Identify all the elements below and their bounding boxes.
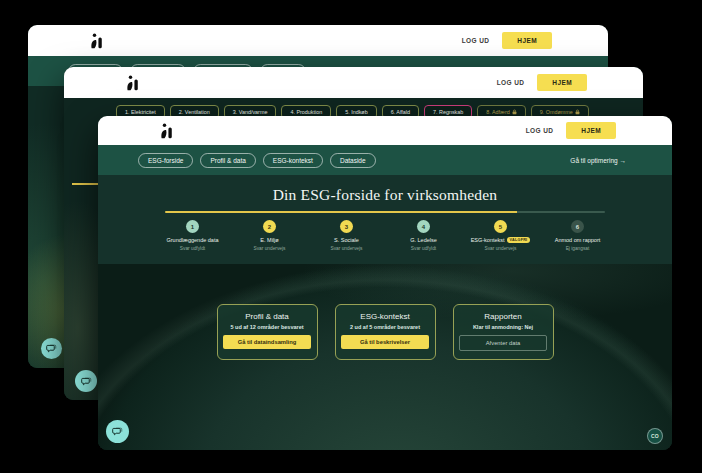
optional-badge: VALGFRI [507, 237, 531, 243]
step-label: Grundlæggende data [167, 237, 219, 243]
step-number-badge: 3 [340, 220, 353, 233]
progress-steps: 1 Grundlæggende data Svar udfyldt 2 E. M… [154, 220, 616, 251]
window-front: LOG UD HJEM ESG-forside Profil & data ES… [98, 116, 672, 450]
step-label: S. Sociale [334, 237, 359, 243]
lock-icon [512, 109, 517, 115]
lock-icon [575, 109, 580, 115]
card-progress-text: 2 ud af 5 områder besvaret [350, 324, 420, 330]
step-number-badge: 1 [186, 220, 199, 233]
desktop-background: LOG UD HJEM ESG-forside Profil & data ES… [0, 0, 702, 473]
card-title: Profil & data [245, 312, 289, 321]
tab-label: 8. Adfærd [486, 109, 509, 115]
go-to-data-collection-button[interactable]: Gå til dataindsamling [223, 335, 311, 349]
step-label: Anmod om rapport [555, 237, 601, 243]
progress-underline [165, 211, 605, 213]
card-progress-text: 5 ud af 12 områder besvaret [230, 324, 303, 330]
page-title: Din ESG-forside for virksomheden [98, 186, 672, 204]
chat-bubble-icon [81, 376, 92, 387]
step-s-sociale[interactable]: 3 S. Sociale Svar undervejs [308, 220, 385, 251]
step-number-badge: 5 [494, 220, 507, 233]
logo-mark-icon [126, 75, 141, 91]
summary-cards: Profil & data 5 ud af 12 områder besvare… [98, 304, 672, 360]
nav-pill-esg-forside[interactable]: ESG-forside [138, 153, 193, 168]
step-label: E. Miljø [260, 237, 278, 243]
step-label: G. Ledelse [410, 237, 437, 243]
step-status: Svar undervejs [254, 246, 286, 251]
page-body: Din ESG-forside for virksomheden 1 Grund… [98, 175, 672, 450]
step-g-ledelse[interactable]: 4 G. Ledelse Svar udfyldt [385, 220, 462, 251]
logout-button[interactable]: LOG UD [526, 127, 554, 134]
home-button[interactable]: HJEM [502, 32, 552, 49]
step-anmod-om-rapport[interactable]: 6 Anmod om rapport Ej igangsat [539, 220, 616, 251]
tab-label: 9. Omdømme [540, 109, 573, 115]
step-status: Svar udfyldt [180, 246, 205, 251]
step-status: Svar undervejs [331, 246, 363, 251]
card-esg-kontekst: ESG-kontekst 2 ud af 5 områder besvaret … [335, 304, 436, 360]
home-button[interactable]: HJEM [537, 74, 587, 91]
chat-bubble-icon [112, 426, 123, 437]
nav-pill-dataside[interactable]: Dataside [330, 153, 376, 168]
logo-mark-icon [90, 33, 105, 49]
step-number-badge: 4 [417, 220, 430, 233]
app-header: LOG UD HJEM [98, 116, 672, 145]
optimize-link[interactable]: Gå til optimering → [570, 157, 626, 164]
chat-button[interactable] [106, 420, 129, 443]
logout-button[interactable]: LOG UD [497, 79, 525, 86]
main-nav: ESG-forside Profil & data ESG-kontekst D… [98, 145, 672, 175]
chat-button[interactable] [41, 338, 62, 359]
hero-section: Din ESG-forside for virksomheden 1 Grund… [98, 175, 672, 264]
home-button[interactable]: HJEM [566, 122, 616, 139]
step-esg-kontekst[interactable]: 5 ESG-kontekst VALGFRI Svar undervejs [462, 220, 539, 251]
logout-button[interactable]: LOG UD [462, 37, 490, 44]
card-title: ESG-kontekst [360, 312, 409, 321]
step-number-badge: 2 [263, 220, 276, 233]
app-header: LOG UD HJEM [64, 67, 643, 98]
chat-button[interactable] [75, 370, 97, 392]
awaiting-data-button[interactable]: Afventer data [459, 335, 547, 351]
step-status: Svar undervejs [485, 246, 517, 251]
nav-pill-esg-kontekst[interactable]: ESG-kontekst [263, 153, 323, 168]
card-rapporten: Rapporten Klar til anmodning: Nej Afvent… [453, 304, 554, 360]
card-profil-data: Profil & data 5 ud af 12 områder besvare… [217, 304, 318, 360]
chat-bubble-icon [46, 343, 57, 354]
cookie-consent-badge[interactable]: CO [647, 428, 663, 444]
step-status: Ej igangsat [566, 246, 590, 251]
step-grundlaeggende-data[interactable]: 1 Grundlæggende data Svar udfyldt [154, 220, 231, 251]
step-number-badge: 6 [571, 220, 584, 233]
step-label: ESG-kontekst [471, 237, 505, 243]
logo-mark-icon [160, 123, 175, 139]
card-title: Rapporten [484, 312, 521, 321]
step-e-miljo[interactable]: 2 E. Miljø Svar undervejs [231, 220, 308, 251]
step-status: Svar udfyldt [411, 246, 436, 251]
card-progress-text: Klar til anmodning: Nej [473, 324, 533, 330]
nav-pill-profil-data[interactable]: Profil & data [200, 153, 255, 168]
go-to-descriptions-button[interactable]: Gå til beskrivelser [341, 335, 429, 349]
app-header: LOG UD HJEM [28, 25, 608, 56]
